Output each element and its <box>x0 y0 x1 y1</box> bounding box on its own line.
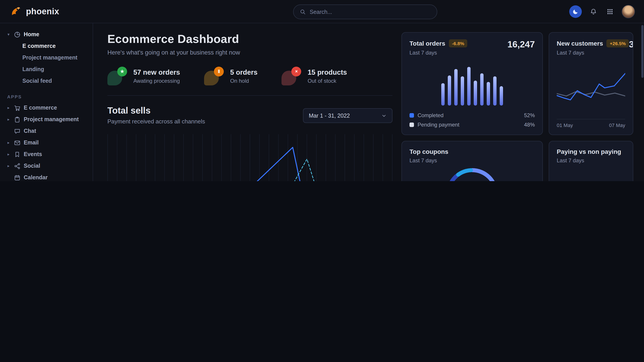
total-orders-chart <box>410 58 535 105</box>
sidebar-item-social[interactable]: ▸Social <box>6 160 89 172</box>
total-orders-legend: Completed52%Pending payment48% <box>410 109 535 128</box>
calendar-icon <box>14 174 20 181</box>
stat-5-orders: Ⅱ5 ordersOn hold <box>204 67 258 85</box>
paying-vs-non-paying-card: Paying vs non paying Last 7 days Paying … <box>549 141 633 181</box>
pie-icon <box>14 31 20 38</box>
axis-label: 07 May <box>609 122 625 128</box>
sidebar-item-landing[interactable]: Landing <box>6 63 89 75</box>
sidebar-item-project-management[interactable]: Project management <box>6 52 89 63</box>
sidebar-item-calendar[interactable]: Calendar <box>6 172 89 181</box>
new_customers-chart-svg <box>557 63 625 118</box>
apps-grid-button[interactable] <box>605 6 615 16</box>
total-sells-title: Total sells <box>108 105 205 116</box>
clipboard-icon <box>14 116 20 123</box>
global-search[interactable] <box>293 4 437 19</box>
sidebar-item-events[interactable]: ▸Events <box>6 148 89 160</box>
sidebar-item-label: Chat <box>24 128 36 134</box>
grid-icon <box>607 8 613 14</box>
change-badge: +26.5% <box>607 39 629 47</box>
moon-icon <box>572 8 579 14</box>
top-coupons-card: Top coupons Last 7 days 72% Percentage d… <box>402 141 543 181</box>
scrollbar[interactable] <box>641 25 644 78</box>
stat-57-new-orders: ★57 new ordersAwating processing <box>108 67 180 85</box>
sidebar-item-label: Events <box>24 151 42 157</box>
stat-caption: Out of stock <box>308 78 347 84</box>
sidebar-item-social-feed[interactable]: Social feed <box>6 75 89 87</box>
search-icon <box>300 9 306 15</box>
total-sells-subtitle: Payment received across all channels <box>108 118 205 125</box>
chevron-down-icon <box>381 113 387 118</box>
caret-right-icon: ▸ <box>6 164 11 168</box>
sidebar-item-e-commerce[interactable]: E commerce <box>6 40 89 52</box>
brand-name: phoenix <box>26 6 59 16</box>
sidebar-item-label: Email <box>24 139 39 146</box>
close-icon: × <box>282 67 302 85</box>
sidebar-item-email[interactable]: ▸Email <box>6 137 89 148</box>
cart-icon <box>14 104 20 111</box>
sidebar-section-label: APPS <box>7 94 89 99</box>
total_sells-chart-svg <box>108 133 392 181</box>
card-title: Paying vs non paying <box>557 148 621 155</box>
card-title: Total orders <box>410 40 445 47</box>
card-title: New customers <box>557 40 603 47</box>
change-badge: -6.8% <box>449 39 468 47</box>
total-orders-value: 16,247 <box>508 39 535 50</box>
theme-toggle-button[interactable] <box>569 5 582 18</box>
caret-right-icon: ▸ <box>6 140 11 145</box>
sidebar-item-e-commerce[interactable]: ▸E commerce <box>6 102 89 114</box>
sidebar-item-home[interactable]: ▾Home <box>6 29 89 40</box>
caret-right-icon: ▸ <box>6 105 11 110</box>
sidebar-nav: ▾HomeE commerceProject managementLanding… <box>0 23 93 181</box>
date-range-value: Mar 1 - 31, 2022 <box>309 112 350 119</box>
mail-icon <box>14 139 20 146</box>
card-title: Top coupons <box>410 148 448 155</box>
dashboard-left-column: Ecommerce Dashboard Here's what's going … <box>108 32 392 181</box>
date-range-select[interactable]: Mar 1 - 31, 2022 <box>303 108 392 123</box>
topbar: phoenix <box>0 0 644 23</box>
user-avatar[interactable] <box>622 5 635 18</box>
phoenix-logo-icon <box>10 5 22 17</box>
dashboard-cards: Total orders -6.8% Last 7 days 16,247 Co… <box>402 32 633 181</box>
chat-icon <box>14 128 20 134</box>
total-orders-card: Total orders -6.8% Last 7 days 16,247 Co… <box>402 32 543 135</box>
caret-down-icon: ▾ <box>6 32 11 37</box>
paying-gauge-svg <box>557 171 625 181</box>
bookmark-icon <box>14 151 20 158</box>
page-title: Ecommerce Dashboard <box>108 32 392 46</box>
stat-15-products: ×15 productsOut of stock <box>282 67 347 85</box>
brand[interactable]: phoenix <box>10 5 59 17</box>
total-sells-header: Total sells Payment received across all … <box>108 105 392 125</box>
new-customers-value: 356 <box>629 39 633 50</box>
card-period: Last 7 days <box>410 50 468 56</box>
stat-value: 5 orders <box>230 68 258 76</box>
legend-item: Completed52% <box>410 112 535 118</box>
sidebar-item-label: Social <box>24 163 40 169</box>
caret-right-icon: ▸ <box>6 152 11 156</box>
sidebar-item-label: E commerce <box>24 105 57 111</box>
new-customers-axis-labels: 01 May07 May <box>557 119 625 128</box>
new-customers-card: New customers +26.5% Last 7 days 356 01 … <box>549 32 633 135</box>
stat-value: 15 products <box>308 68 347 76</box>
sidebar-item-label: Home <box>24 31 39 37</box>
paying-gauge-chart <box>557 164 625 181</box>
pause-icon: Ⅱ <box>204 67 224 85</box>
sidebar: ▾HomeE commerceProject managementLanding… <box>0 23 93 181</box>
sidebar-item-chat[interactable]: Chat <box>6 125 89 137</box>
page-subtitle: Here's what's going on at your business … <box>108 49 392 56</box>
sidebar-item-project-management[interactable]: ▸Project management <box>6 114 89 125</box>
app-window: phoenix ▾HomeE commerceProject managemen… <box>0 0 644 181</box>
notifications-button[interactable] <box>588 6 598 16</box>
caret-right-icon: ▸ <box>6 117 11 122</box>
topbar-actions <box>569 5 635 18</box>
card-period: Last 7 days <box>557 157 621 164</box>
sidebar-item-label: Calendar <box>24 174 48 181</box>
star-icon: ★ <box>108 67 127 85</box>
sidebar-item-label: Project management <box>24 116 79 122</box>
stat-caption: Awating processing <box>133 78 180 84</box>
stat-value: 57 new orders <box>133 68 180 76</box>
stats-row: ★57 new ordersAwating processingⅡ5 order… <box>108 67 392 96</box>
main-content: Ecommerce Dashboard Here's what's going … <box>93 23 644 181</box>
legend-item: Pending payment48% <box>410 122 535 128</box>
card-period: Last 7 days <box>410 157 448 164</box>
search-input[interactable] <box>310 9 430 15</box>
